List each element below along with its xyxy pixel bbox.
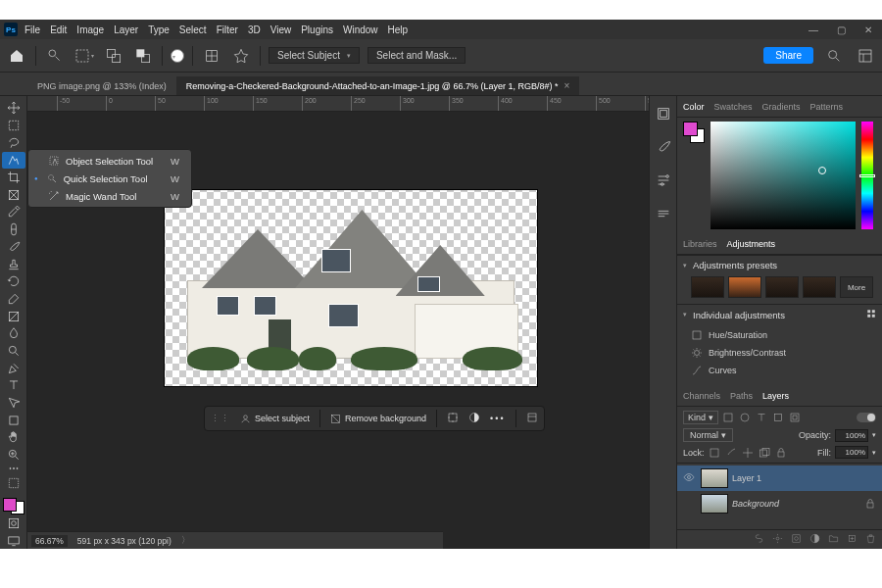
lock-pixels-icon[interactable] [709, 446, 721, 459]
filter-pixels-icon[interactable] [722, 412, 735, 424]
ctx-select-subject[interactable]: Select subject [240, 414, 310, 424]
properties-panel-icon[interactable] [656, 172, 671, 192]
opacity-input[interactable] [835, 429, 868, 442]
crop-tool[interactable] [2, 170, 25, 186]
lock-all-icon[interactable] [775, 446, 788, 459]
preset-4[interactable] [803, 276, 836, 298]
lock-position-icon[interactable] [725, 446, 738, 459]
move-tool[interactable] [2, 100, 25, 117]
blur-tool[interactable] [2, 325, 25, 342]
history-brush-tool[interactable] [2, 273, 25, 290]
filter-smart-icon[interactable] [789, 412, 802, 424]
eraser-tool[interactable] [2, 291, 25, 308]
menu-3d[interactable]: 3D [245, 24, 264, 35]
ctx-more-icon[interactable]: ••• [490, 414, 505, 423]
window-maximize[interactable]: ▢ [831, 24, 851, 35]
marquee-tool[interactable] [2, 118, 25, 134]
hand-tool[interactable] [2, 429, 25, 446]
share-button[interactable]: Share [763, 47, 813, 64]
dodge-tool[interactable] [2, 343, 25, 360]
edit-toolbar[interactable] [2, 474, 25, 491]
adjustments-presets-header[interactable]: Adjustments presets [677, 256, 882, 274]
delete-layer-icon[interactable] [865, 533, 876, 546]
brush-size-picker[interactable] [171, 49, 184, 63]
menu-window[interactable]: Window [340, 24, 381, 35]
history-panel-icon[interactable] [656, 106, 671, 125]
type-tool[interactable] [2, 377, 25, 394]
preset-more[interactable]: More [840, 276, 873, 298]
tab-libraries[interactable]: Libraries [683, 239, 717, 249]
tab-channels[interactable]: Channels [683, 391, 720, 401]
individual-adjustments-header[interactable]: Individual adjustments [677, 305, 882, 324]
brushes-panel-icon[interactable] [656, 139, 671, 159]
eyedropper-tool[interactable] [2, 204, 25, 220]
gradient-tool[interactable] [2, 308, 25, 324]
status-zoom[interactable]: 66.67% [31, 535, 68, 547]
filter-adjust-icon[interactable] [739, 412, 752, 424]
fill-input[interactable] [835, 446, 868, 459]
tab-layers[interactable]: Layers [762, 391, 789, 401]
screen-mode-tool[interactable] [2, 533, 25, 550]
brush-tool[interactable] [2, 239, 25, 256]
menu-layer[interactable]: Layer [111, 24, 141, 35]
new-layer-icon[interactable] [847, 533, 858, 546]
filter-toggle[interactable] [857, 413, 876, 422]
tab-gradients[interactable]: Gradients [762, 102, 801, 112]
doc-tab-1[interactable]: PNG image.png @ 133% (Index) [27, 77, 176, 95]
pen-tool[interactable] [2, 360, 25, 376]
menu-edit[interactable]: Edit [47, 24, 70, 35]
flyout-magic-wand[interactable]: Magic Wand ToolW [30, 187, 189, 205]
healing-tool[interactable] [2, 221, 25, 238]
ctx-props-icon[interactable] [526, 412, 538, 425]
zoom-tool[interactable] [2, 447, 25, 464]
sample-all-layers-icon[interactable] [201, 45, 222, 67]
menu-help[interactable]: Help [385, 24, 412, 35]
subtract-selection-icon[interactable] [132, 45, 154, 67]
workspace-icon[interactable] [855, 45, 876, 67]
shape-tool[interactable] [2, 412, 25, 428]
color-swatches[interactable] [3, 498, 24, 514]
color-picker[interactable] [677, 118, 882, 233]
new-adjustment-icon[interactable] [809, 533, 820, 546]
layer-mask-icon[interactable] [791, 533, 802, 546]
tab-color[interactable]: Color [683, 102, 705, 112]
adj-curves[interactable]: Curves [691, 362, 876, 379]
comments-panel-icon[interactable] [656, 206, 671, 225]
close-tab-icon[interactable]: × [564, 80, 570, 91]
lock-nest-icon[interactable] [759, 446, 771, 459]
quick-selection-tool[interactable] [2, 152, 25, 169]
tab-paths[interactable]: Paths [730, 391, 753, 401]
layer-style-icon[interactable] [772, 533, 783, 546]
tab-swatches[interactable]: Swatches [714, 102, 753, 112]
menu-file[interactable]: File [22, 24, 43, 35]
ctx-grip-icon[interactable]: ⋮⋮ [211, 414, 230, 423]
window-minimize[interactable]: — [804, 24, 823, 35]
ctx-transform-icon[interactable] [447, 412, 459, 425]
menu-view[interactable]: View [268, 24, 295, 35]
tab-patterns[interactable]: Patterns [810, 102, 844, 112]
layer-visibility-icon[interactable] [683, 471, 697, 485]
ctx-mask-icon[interactable] [468, 412, 480, 425]
layer-thumbnail[interactable] [701, 494, 728, 514]
ctx-remove-background[interactable]: Remove background [330, 414, 426, 424]
new-selection-icon[interactable] [74, 45, 95, 67]
layer-thumbnail[interactable] [701, 468, 728, 488]
preset-3[interactable] [765, 276, 799, 298]
adj-hue-saturation[interactable]: Hue/Saturation [691, 326, 876, 344]
menu-type[interactable]: Type [145, 24, 172, 35]
menu-image[interactable]: Image [74, 24, 107, 35]
home-icon[interactable] [6, 45, 27, 67]
window-close[interactable]: ✕ [858, 24, 878, 35]
menu-plugins[interactable]: Plugins [298, 24, 336, 35]
frame-tool[interactable] [2, 186, 25, 203]
enhance-edge-icon[interactable] [230, 45, 252, 67]
select-subject-button[interactable]: Select Subject [269, 47, 360, 64]
layer-row-1[interactable]: Layer 1 [677, 466, 882, 491]
filter-shape-icon[interactable] [772, 412, 785, 424]
tab-adjustments[interactable]: Adjustments [727, 239, 776, 249]
lasso-tool[interactable] [2, 134, 25, 151]
new-group-icon[interactable] [828, 533, 839, 546]
filter-type-icon[interactable] [756, 412, 768, 424]
doc-tab-2[interactable]: Removing-a-Checkered-Background-Attached… [176, 76, 580, 95]
lock-move-icon[interactable] [742, 446, 755, 459]
